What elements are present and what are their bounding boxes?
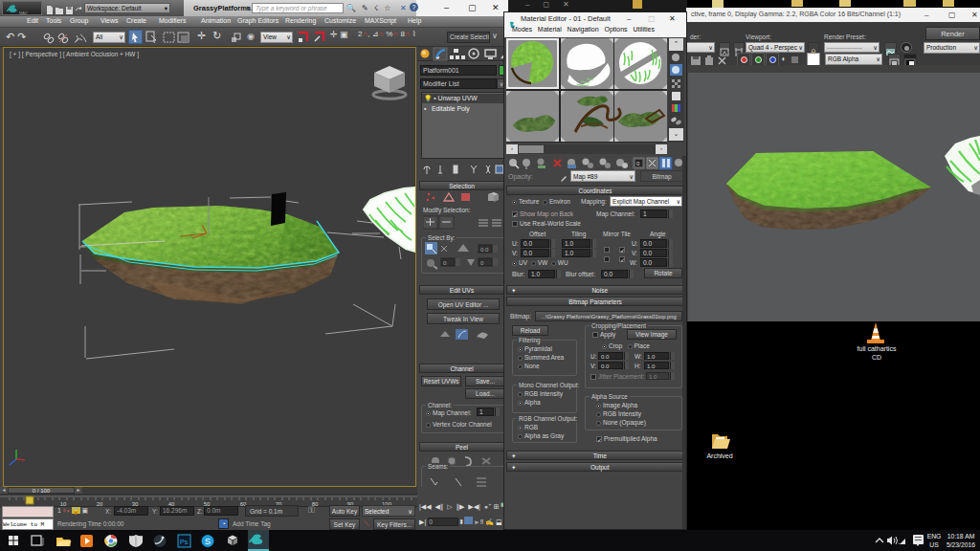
svg-text:S: S [205, 537, 211, 546]
svg-text:0.0: 0.0 [480, 247, 489, 253]
svg-text:Ps: Ps [180, 539, 189, 545]
svg-text:MAX: MAX [19, 11, 28, 15]
svg-text:20: 20 [97, 501, 103, 507]
